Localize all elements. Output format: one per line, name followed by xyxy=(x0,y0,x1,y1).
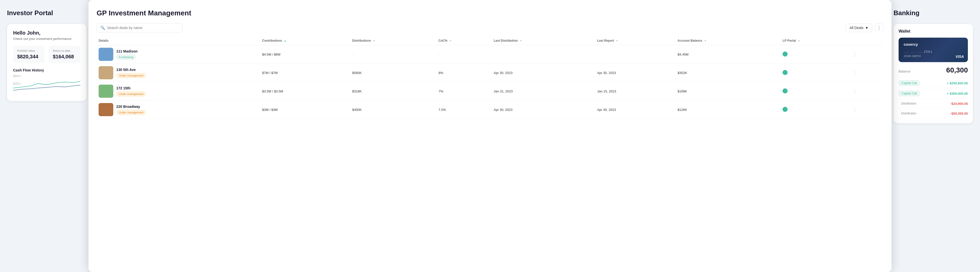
sort-last-dist-icon: ▼ xyxy=(520,40,522,42)
deal-badge: Fundraising xyxy=(116,55,136,60)
cash-flow-svg xyxy=(13,75,80,92)
more-options-button[interactable]: ⋮ xyxy=(875,24,883,32)
row-menu-icon[interactable]: ⋮ xyxy=(851,107,858,112)
tx-amount: + $250,600.00 xyxy=(947,81,968,85)
balance-label: Balance xyxy=(899,70,910,73)
deal-account-balance: $189K xyxy=(676,82,781,101)
tx-amount: + $300,000.00 xyxy=(947,92,968,95)
transaction-row: Capital Call + $250,600.00 xyxy=(899,78,968,88)
lp-portal-dot xyxy=(783,52,788,57)
deal-lp-portal xyxy=(781,64,850,82)
row-menu-icon[interactable]: ⋮ xyxy=(851,70,858,75)
deal-badge: Under management xyxy=(116,73,146,78)
sort-balance-icon: ▼ xyxy=(704,40,707,42)
banking-title: Banking xyxy=(894,9,973,17)
deal-last-distribution: - xyxy=(492,45,595,64)
deal-last-report: Jan 15, 2023 xyxy=(595,82,676,101)
wallet-section: Wallet covercy .... .... .... 2561 JOHN … xyxy=(894,24,973,123)
deal-contributions: $3.5M / $3.5M xyxy=(260,82,350,101)
sort-lp-icon: ▼ xyxy=(798,40,800,42)
sort-distributions-icon: ▼ xyxy=(373,40,375,42)
deal-contributions: $3M / $3M xyxy=(260,101,350,119)
deal-coc: 8% xyxy=(436,64,492,82)
transaction-row: Distribution -$50,300.00 xyxy=(899,109,968,118)
deal-last-report: Apr 30, 2023 xyxy=(595,101,676,119)
col-contributions: Contributions ▲ xyxy=(260,36,350,45)
greeting-sub: Check out your investment performance xyxy=(13,37,80,41)
deal-lp-portal xyxy=(781,82,850,101)
investor-portal-panel: Investor Portal Hello John, Check out yo… xyxy=(0,0,94,272)
visa-logo: VISA xyxy=(956,55,964,59)
portfolio-label: Portfolio Value xyxy=(17,49,41,52)
deals-table: Details Contributions ▲ Distributions ▼ … xyxy=(97,36,883,119)
col-last-report: Last Report ▼ xyxy=(595,36,676,45)
tx-amount: -$24,900.00 xyxy=(950,102,968,106)
deal-coc: - xyxy=(436,45,492,64)
balance-value: 60,300 xyxy=(946,66,968,74)
deal-details-cell: 172 15th Under management xyxy=(97,82,260,101)
filter-row: All Deals ▼ ⋮ xyxy=(846,24,883,32)
lp-portal-dot xyxy=(783,89,788,93)
chart-label-200k: $200 k xyxy=(13,82,21,85)
cash-flow-title: Cash Flow History xyxy=(13,68,80,72)
deal-lp-portal xyxy=(781,45,850,64)
col-account-balance: Account Balance ▼ xyxy=(676,36,781,45)
deal-name: 111 Madison xyxy=(116,49,138,53)
all-deals-select[interactable]: All Deals ▼ xyxy=(846,24,872,32)
row-menu-icon[interactable]: ⋮ xyxy=(851,89,858,94)
all-deals-label: All Deals xyxy=(850,26,864,30)
wallet-title: Wallet xyxy=(899,29,968,33)
balance-row: Balance 60,300 xyxy=(899,66,968,74)
tx-label: Capital Call xyxy=(899,80,920,86)
tx-amount: -$50,300.00 xyxy=(950,112,968,115)
deal-badge: Under management xyxy=(116,110,146,115)
search-input[interactable] xyxy=(107,26,179,30)
deal-distributions: $560K xyxy=(350,64,436,82)
portfolio-value: $820,344 xyxy=(17,54,41,60)
deal-coc: 7% xyxy=(436,82,492,101)
deal-details-cell: 111 Madison Fundraising xyxy=(97,45,260,64)
deal-account-balance: $352K xyxy=(676,64,781,82)
deal-row-menu[interactable]: ⋮ xyxy=(850,45,883,64)
search-input-wrap[interactable]: 🔍 xyxy=(97,23,183,32)
main-title: GP Investment Management xyxy=(97,9,883,17)
deal-last-report: Apr 30, 2023 xyxy=(595,64,676,82)
deal-name: 220 Broadway xyxy=(116,104,146,109)
deal-image xyxy=(99,103,113,116)
deal-details-cell: 130 5th Ave Under management xyxy=(97,64,260,82)
row-menu-icon[interactable]: ⋮ xyxy=(851,52,858,57)
deal-account-balance: $4.45M xyxy=(676,45,781,64)
table-row: 130 5th Ave Under management $7M / $7M $… xyxy=(97,64,883,82)
search-bar-row: 🔍 All Deals ▼ ⋮ xyxy=(97,23,883,32)
deal-account-balance: $126K xyxy=(676,101,781,119)
deal-distributions: $450K xyxy=(350,101,436,119)
lp-portal-dot xyxy=(783,107,788,112)
card-brand: covercy xyxy=(904,42,963,46)
col-lp-portal: LP Portal ▼ xyxy=(781,36,850,45)
col-details: Details xyxy=(97,36,260,45)
table-row: 220 Broadway Under management $3M / $3M … xyxy=(97,101,883,119)
transactions-list: Capital Call + $250,600.00 Capital Call … xyxy=(899,78,968,118)
table-row: 172 15th Under management $3.5M / $3.5M … xyxy=(97,82,883,101)
return-metric: Return to date $164,068 xyxy=(49,46,80,63)
col-distributions: Distributions ▼ xyxy=(350,36,436,45)
col-coc: CoC% ▼ xyxy=(436,36,492,45)
sort-last-report-icon: ▼ xyxy=(616,40,619,42)
deal-details-cell: 220 Broadway Under management xyxy=(97,101,260,119)
deal-row-menu[interactable]: ⋮ xyxy=(850,82,883,101)
deal-image xyxy=(99,48,113,61)
deal-row-menu[interactable]: ⋮ xyxy=(850,64,883,82)
deal-row-menu[interactable]: ⋮ xyxy=(850,101,883,119)
metrics-row: Portfolio Value $820,344 Return to date … xyxy=(13,46,80,63)
portfolio-metric: Portfolio Value $820,344 xyxy=(13,46,45,63)
deal-coc: 7.5% xyxy=(436,101,492,119)
chart-label-300k: $300 k xyxy=(13,75,21,77)
tx-label: Distribution xyxy=(899,111,919,116)
tx-label: Distribution xyxy=(899,101,919,106)
deal-last-distribution: Apr 30, 2023 xyxy=(492,101,595,119)
portal-title: Investor Portal xyxy=(7,9,86,17)
sort-contributions-icon: ▲ xyxy=(284,40,286,42)
col-last-distribution: Last Distribution ▼ xyxy=(492,36,595,45)
gp-investment-panel: GP Investment Management 🔍 All Deals ▼ ⋮… xyxy=(89,0,891,272)
cash-flow-chart: $300 k $200 k xyxy=(13,75,80,95)
